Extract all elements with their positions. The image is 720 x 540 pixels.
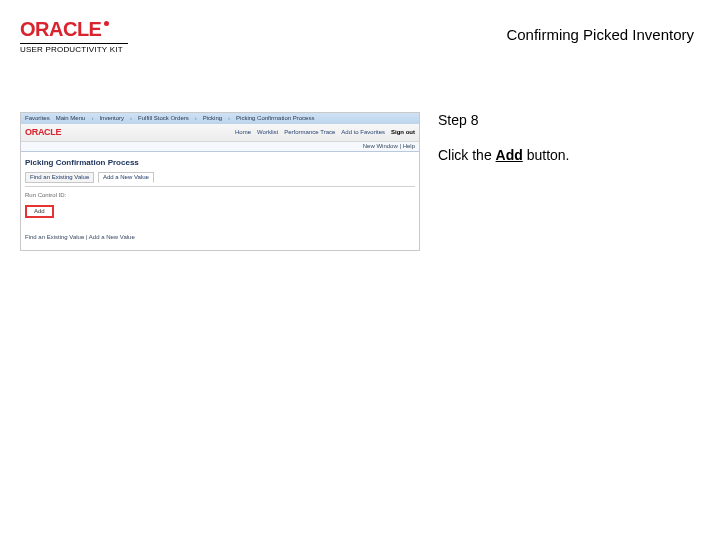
mini-addfav-link: Add to Favorites bbox=[341, 129, 385, 136]
mini-tabs: Find an Existing Value Add a New Value bbox=[21, 172, 419, 186]
crumb-favorites: Favorites bbox=[25, 115, 50, 122]
screenshot-panel: Favorites Main Menu › Inventory › Fulfil… bbox=[20, 112, 420, 251]
crumb-sep: › bbox=[228, 115, 230, 122]
page-title: Confirming Picked Inventory bbox=[506, 26, 694, 43]
brand-block: ORACLE USER PRODUCTIVITY KIT bbox=[20, 18, 128, 54]
instruction-prefix: Click the bbox=[438, 147, 496, 163]
mini-toolbar: Home Worklist Performance Trace Add to F… bbox=[235, 129, 415, 136]
mini-breadcrumb: Favorites Main Menu › Inventory › Fulfil… bbox=[21, 113, 419, 124]
crumb-fulfill: Fulfill Stock Orders bbox=[138, 115, 189, 122]
mini-footer-links: Find an Existing Value | Add a New Value bbox=[21, 224, 419, 249]
crumb-picking: Picking bbox=[203, 115, 222, 122]
instruction-strong: Add bbox=[496, 147, 523, 163]
step-instruction: Click the Add button. bbox=[438, 146, 700, 164]
mini-performance-link: Performance Trace bbox=[284, 129, 335, 136]
crumb-inventory: Inventory bbox=[99, 115, 124, 122]
mini-tab-find: Find an Existing Value bbox=[25, 172, 94, 183]
crumb-sep: › bbox=[91, 115, 93, 122]
mini-add-button: Add bbox=[25, 205, 54, 218]
mini-status-line: New Window | Help bbox=[21, 142, 419, 152]
crumb-sep: › bbox=[195, 115, 197, 122]
brand-subtitle: USER PRODUCTIVITY KIT bbox=[20, 45, 128, 54]
crumb-main-menu: Main Menu bbox=[56, 115, 86, 122]
crumb-sep: › bbox=[130, 115, 132, 122]
mini-home-link: Home bbox=[235, 129, 251, 136]
instruction-suffix: button. bbox=[523, 147, 570, 163]
mini-header: ORACLE Home Worklist Performance Trace A… bbox=[21, 124, 419, 142]
brand-rule bbox=[20, 43, 128, 44]
mini-add-highlight: Add bbox=[25, 205, 415, 218]
mini-signout-link: Sign out bbox=[391, 129, 415, 136]
mini-worklist-link: Worklist bbox=[257, 129, 278, 136]
oracle-logo-dot bbox=[104, 21, 109, 26]
mini-page-title: Picking Confirmation Process bbox=[21, 152, 419, 172]
oracle-logo-text: ORACLE bbox=[20, 18, 101, 41]
oracle-logo: ORACLE bbox=[20, 18, 128, 41]
mini-screenshot: Favorites Main Menu › Inventory › Fulfil… bbox=[20, 112, 420, 251]
crumb-process: Picking Confirmation Process bbox=[236, 115, 314, 122]
mini-tab-add: Add a New Value bbox=[98, 172, 154, 183]
instruction-column: Step 8 Click the Add button. bbox=[438, 112, 700, 251]
step-label: Step 8 bbox=[438, 112, 700, 128]
mini-oracle-logo: ORACLE bbox=[25, 127, 61, 138]
mini-runcontrol-label: Run Control ID: bbox=[21, 187, 419, 199]
